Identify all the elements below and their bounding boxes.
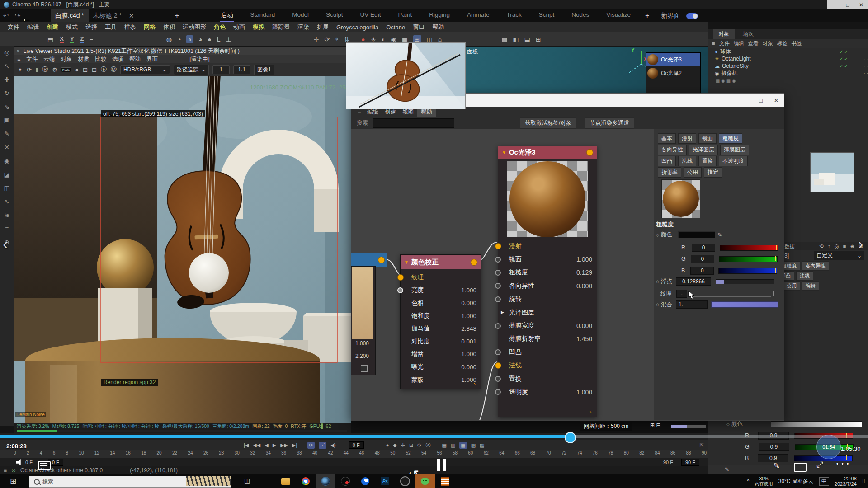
mix-slider[interactable] bbox=[711, 301, 778, 308]
ne-menu-item[interactable]: 视图 bbox=[402, 108, 414, 116]
maximize-icon[interactable]: □ bbox=[753, 97, 769, 104]
material-tab[interactable]: 折射率 bbox=[658, 167, 681, 178]
dart-icon[interactable]: ✦ bbox=[18, 66, 23, 73]
undo-icon[interactable]: ⟲ bbox=[819, 243, 824, 249]
shading-constant-icon[interactable]: ◕ bbox=[198, 36, 202, 43]
workspace-tab[interactable]: Model bbox=[291, 9, 310, 23]
node-search-input[interactable] bbox=[373, 118, 454, 128]
node-header[interactable]: ▼ Oc光泽3 bbox=[498, 146, 597, 159]
axis-x-lock[interactable]: X bbox=[60, 35, 64, 43]
pos-icon[interactable]: ✛ bbox=[401, 442, 405, 448]
current-frame-field[interactable]: 0 F bbox=[349, 441, 364, 449]
ne-menu-icon[interactable]: ≡ bbox=[358, 109, 361, 115]
menu-item[interactable]: 选择 bbox=[85, 23, 97, 31]
grid2-icon[interactable]: ⊞ bbox=[536, 36, 541, 43]
zoom-icon[interactable]: ⌖ bbox=[335, 35, 339, 43]
timeline-ruler[interactable]: 0246810121416182022242628303234363840424… bbox=[0, 450, 708, 458]
material-tab[interactable]: 各向异性 bbox=[658, 145, 687, 155]
pip-monitor-icon[interactable] bbox=[794, 463, 807, 472]
menu-item[interactable]: 模拟 bbox=[253, 23, 264, 31]
lv-menu-item[interactable]: 材质 bbox=[78, 56, 89, 63]
texture-node-body[interactable]: 1.000 2.200 bbox=[351, 266, 376, 375]
new-ui-label[interactable]: 新界面 bbox=[661, 12, 680, 20]
node-output-port[interactable] bbox=[586, 149, 593, 156]
material-tab[interactable]: 指定 bbox=[704, 167, 722, 178]
material-tab[interactable]: 粗糙度 bbox=[719, 133, 742, 144]
node-input-port[interactable] bbox=[495, 243, 501, 249]
grid-d-icon[interactable]: ▧ bbox=[471, 442, 476, 448]
workspace-tab[interactable]: Track bbox=[505, 9, 522, 23]
material-tab[interactable]: 基本 bbox=[658, 133, 676, 144]
workspace-tab[interactable]: Rigging bbox=[428, 9, 451, 23]
search-icon[interactable]: ◎ bbox=[4, 49, 9, 56]
annotate-pencil-icon[interactable]: ✎ bbox=[773, 461, 780, 471]
lv-menu-icon[interactable]: ≡ bbox=[17, 56, 20, 62]
next-frame-icon[interactable]: ▶▶ bbox=[280, 442, 288, 448]
material-tab[interactable]: 光泽图层 bbox=[689, 145, 718, 155]
render-viewport[interactable] bbox=[14, 76, 351, 423]
corner-resize-icon[interactable]: ⇱ bbox=[700, 442, 704, 448]
workspace-tab[interactable]: Sculpt bbox=[325, 9, 344, 23]
color-correction-node[interactable]: ▼ 颜色校正 纹理 亮度 bbox=[400, 254, 481, 389]
document-tab[interactable]: 白膜.c4d * bbox=[51, 9, 89, 22]
lv-field-1[interactable]: 1 bbox=[212, 65, 230, 74]
lv-menu-item[interactable]: 比较 bbox=[95, 56, 106, 63]
corner-icon[interactable]: L bbox=[217, 36, 221, 43]
node-parameter-row[interactable]: 旋转 bbox=[498, 293, 597, 306]
node-parameter-row[interactable]: 置换 bbox=[498, 372, 597, 385]
node-output-port[interactable] bbox=[378, 257, 385, 263]
menu-item[interactable]: 模式 bbox=[66, 23, 78, 31]
undo-icon[interactable]: ↶ bbox=[0, 12, 12, 20]
weather-widget[interactable]: 30°C 局部多云 bbox=[778, 478, 814, 485]
rotate-icon[interactable]: ↻ bbox=[4, 89, 9, 97]
region-icon[interactable]: Ⓡ bbox=[42, 66, 48, 74]
pencil-icon[interactable]: ✎ bbox=[725, 466, 729, 473]
menu-item[interactable]: 帮助 bbox=[432, 23, 444, 31]
node-header[interactable]: ▼ 颜色校正 bbox=[401, 255, 481, 269]
add-icon[interactable]: ⊕ bbox=[850, 243, 854, 249]
channel-r-slider[interactable] bbox=[720, 245, 778, 251]
menu-item[interactable]: 动画 bbox=[233, 23, 245, 31]
video-progress-bar[interactable] bbox=[0, 435, 868, 438]
video-next-button[interactable]: › bbox=[858, 235, 863, 253]
pen-icon[interactable]: ✎ bbox=[4, 130, 9, 137]
om-menu-item[interactable]: 对象 bbox=[763, 40, 773, 47]
channel-b-slider[interactable] bbox=[718, 268, 777, 274]
node-parameter-row[interactable]: 各向异性 0.000 bbox=[498, 279, 597, 292]
photoshop-icon[interactable]: Ps bbox=[375, 474, 395, 488]
node-parameter-row[interactable]: 对比度 0.001 bbox=[401, 335, 481, 347]
node-render-passes-button[interactable]: 节点渲染多通道 bbox=[585, 117, 634, 129]
material-tab[interactable]: 薄膜图层 bbox=[720, 145, 749, 155]
lv-close-icon[interactable]: ✕ bbox=[16, 49, 20, 53]
halfmoon-icon[interactable]: ◐ bbox=[382, 36, 385, 43]
node-parameter-row[interactable]: 漫射 bbox=[498, 239, 597, 253]
workspace-tab[interactable]: Nodes bbox=[571, 9, 590, 23]
node-input-port[interactable] bbox=[495, 296, 501, 302]
pause-icon[interactable]: ‖ bbox=[36, 66, 38, 73]
material-pin-icon[interactable]: Ⓜ bbox=[111, 66, 117, 74]
node-parameter-row[interactable]: 曝光 0.000 bbox=[401, 361, 481, 373]
list-icon[interactable]: ≡ bbox=[843, 244, 846, 249]
pan-icon[interactable]: ✛ bbox=[314, 36, 319, 43]
panel-icon[interactable]: ▤ bbox=[501, 36, 507, 43]
tray-expand-icon[interactable]: ^ bbox=[747, 478, 750, 484]
mix-value[interactable]: 1. bbox=[676, 300, 708, 309]
orbit-icon[interactable]: ⟳ bbox=[325, 36, 330, 43]
film-icon[interactable]: ▦ bbox=[402, 36, 408, 43]
snap-icon[interactable]: ⊥ bbox=[226, 36, 231, 43]
swap-view-icon[interactable]: ⇅ bbox=[344, 36, 349, 43]
node-parameter-row[interactable]: 伽马值 2.848 bbox=[401, 322, 481, 335]
collapse-triangle-icon[interactable]: ▼ bbox=[502, 150, 506, 155]
menu-item[interactable]: 角色 bbox=[214, 23, 226, 31]
grid-e-icon[interactable]: ▨ bbox=[480, 442, 484, 448]
am-material-tab[interactable]: 法线 bbox=[796, 271, 813, 281]
home-icon[interactable]: ⌂ bbox=[438, 36, 442, 43]
shading-sphere-icon[interactable]: ◍ bbox=[166, 36, 172, 43]
float-value[interactable]: 0.128866 bbox=[676, 277, 711, 286]
lv-pass-select[interactable]: 图像1 bbox=[254, 65, 274, 75]
more-options-icon[interactable]: • • • bbox=[836, 461, 849, 467]
node-input-port[interactable] bbox=[495, 389, 501, 395]
material-tab[interactable]: 漫射 bbox=[678, 133, 696, 144]
node-input-port[interactable] bbox=[495, 257, 501, 263]
grid-c-icon[interactable]: ▦ bbox=[459, 442, 467, 449]
